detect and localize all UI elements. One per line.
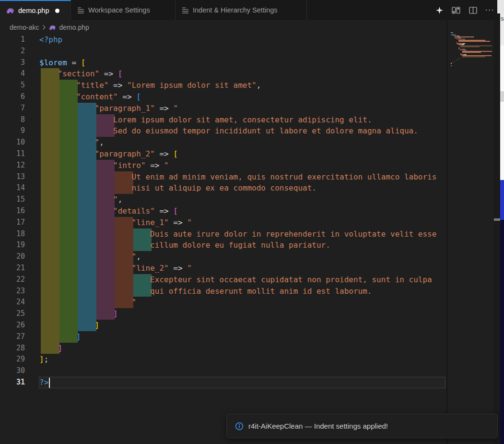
line-number[interactable]: 24 [0,297,25,308]
minimap-line [458,41,490,42]
adjacent-pane-edge [500,220,504,444]
tab-label: Indent & Hierarchy Settings [193,6,278,14]
line-number[interactable]: 23 [0,286,25,297]
adjacent-pane-edge [500,102,504,180]
tab-workspace-settings[interactable]: Workspace Settings [71,0,176,20]
minimap-line [460,47,480,48]
indent-guide-block [133,274,152,297]
code-line[interactable]: " [132,297,137,308]
line-number[interactable]: 10 [0,137,25,148]
minimap-line [462,52,481,53]
line-number[interactable]: 8 [0,114,25,126]
line-number[interactable]: 27 [0,331,25,343]
code-line[interactable]: "paragraph_2" => [ [95,148,178,160]
code-editor[interactable]: 1234567891011121314151617181920212223242… [0,0,504,444]
scrollbar-thumb[interactable] [494,218,500,221]
line-number[interactable]: 21 [0,263,25,274]
settings-list-icon [77,7,84,14]
line-number[interactable]: 9 [0,125,25,137]
code-line[interactable]: Excepteur sint occaecat cupidatat non pr… [150,274,432,286]
indent-guide-block [41,68,59,354]
line-number[interactable]: 3 [0,57,25,69]
text-cursor [49,378,50,388]
line-number[interactable]: 31 [0,377,25,388]
line-number[interactable]: 12 [0,160,25,171]
line-number[interactable]: 1 [0,34,25,46]
minimap[interactable] [448,26,494,442]
tab-label: demo.php [18,7,49,14]
line-number[interactable]: 16 [0,205,25,217]
code-line[interactable]: Ut enim ad minim veniam, quis nostrud ex… [132,171,437,183]
adjacent-pane-edge [500,91,504,102]
line-number[interactable]: 20 [0,251,25,263]
line-number[interactable]: 29 [0,354,25,365]
code-line[interactable]: ] [95,320,100,331]
line-number[interactable]: 30 [0,365,25,377]
minimap-line [460,36,473,37]
code-line[interactable]: ?> [39,377,48,388]
indent-guide-block [78,103,96,331]
code-line[interactable]: Duis aute irure dolor in reprehenderit i… [150,228,436,240]
code-line[interactable]: ] [76,331,81,343]
code-line[interactable]: <?php [39,34,62,46]
copilot-sparkle-icon[interactable] [434,5,444,15]
line-number[interactable]: 4 [0,68,25,80]
minimap-line [451,32,453,33]
code-line[interactable]: "paragraph_1" => " [95,103,178,114]
code-line[interactable]: cillum dolore eu fugiat nulla pariatur. [150,240,330,251]
notification-toast[interactable]: r4it-AiKeepClean — Indent settings appli… [226,414,498,438]
tab-indent-hierarchy-settings[interactable]: Indent & Hierarchy Settings [176,0,307,20]
modified-dot-icon[interactable] [55,9,59,13]
customize-layout-icon[interactable] [451,5,461,15]
current-line-highlight [39,377,445,388]
line-number[interactable]: 22 [0,274,25,286]
line-number[interactable]: 19 [0,240,25,251]
line-number[interactable]: 7 [0,103,25,114]
code-line[interactable]: ", [132,251,141,263]
more-actions-icon[interactable]: ··· [485,5,494,15]
minimap-line [453,62,453,63]
split-editor-icon[interactable] [468,5,478,15]
line-number[interactable]: 11 [0,148,25,160]
code-line[interactable]: ] [58,343,63,354]
code-line[interactable]: "line_2" => " [132,263,192,274]
code-line[interactable]: "intro" => " [113,160,169,171]
minimap-line [458,59,459,60]
line-number[interactable]: 26 [0,320,25,331]
indent-guide-block [115,217,133,308]
scrollbar-track[interactable] [494,20,500,444]
line-number[interactable]: 14 [0,182,25,194]
code-line[interactable]: "section" => [ [58,68,123,80]
editor-actions: ··· [434,0,494,20]
code-line[interactable]: Lorem ipsum dolor sit amet, consectetur … [113,114,372,126]
code-line[interactable]: "details" => [ [113,205,178,217]
line-number[interactable]: 17 [0,217,25,228]
php-elephant-icon [6,7,14,14]
line-number[interactable]: 5 [0,80,25,91]
adjacent-pane-edge [500,180,504,220]
line-number[interactable]: 2 [0,46,25,57]
indent-guide-block [96,114,115,137]
editor-tab-bar: demo.php Workspace Settings Indent & Hie… [0,0,504,20]
line-number[interactable]: 6 [0,91,25,103]
tab-demo-php[interactable]: demo.php [0,0,71,20]
line-number[interactable]: 13 [0,171,25,183]
code-line[interactable]: ", [113,194,122,205]
minimap-line [473,36,474,37]
line-number[interactable]: 25 [0,308,25,320]
line-number[interactable]: 15 [0,194,25,205]
code-line[interactable]: ] [113,308,118,320]
code-line[interactable]: ", [95,137,104,148]
settings-list-icon [182,7,189,14]
code-line[interactable]: "content" => [ [76,91,141,103]
line-number[interactable]: 18 [0,228,25,240]
code-line[interactable]: Sed do eiusmod tempor incididunt ut labo… [113,125,418,137]
code-line[interactable]: qui officia deserunt mollit anim id est … [150,286,372,297]
line-number[interactable]: 28 [0,343,25,354]
code-line[interactable]: "title" => "Lorem ipsum dolor sit amet", [76,80,261,91]
code-line[interactable]: $lorem = [ [39,57,85,69]
adjacent-pane-edge [497,0,504,13]
code-line[interactable]: ]; [39,354,48,365]
code-line[interactable]: "line_1" => " [132,217,192,228]
code-line[interactable]: nisi ut aliquip ex ea commodo consequat. [132,182,316,194]
